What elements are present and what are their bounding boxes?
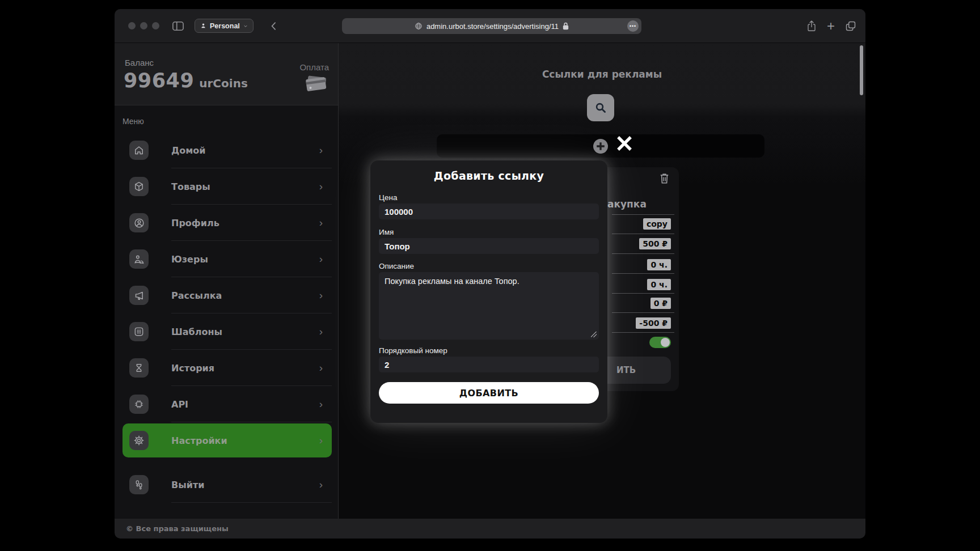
window-controls xyxy=(128,22,159,29)
price-input[interactable] xyxy=(379,204,599,219)
profile-label: Personal xyxy=(210,22,240,30)
search-button[interactable] xyxy=(587,94,614,121)
name-label: Имя xyxy=(379,228,599,236)
panel-divider xyxy=(612,234,674,234)
sidebar-item-profile[interactable]: Профиль › xyxy=(122,205,332,241)
chevron-right-icon: › xyxy=(319,253,323,265)
users-icon xyxy=(129,249,149,269)
grid-icon xyxy=(129,322,149,341)
sidebar-nav: Домой › Товары › Профиль › xyxy=(122,132,332,503)
search-icon xyxy=(594,101,607,115)
balance-amount: 99649 xyxy=(124,69,194,92)
panel-divider xyxy=(612,214,674,215)
traffic-light-zoom[interactable] xyxy=(152,22,159,29)
scrollbar-thumb[interactable] xyxy=(860,45,863,95)
url-text: admin.urbot.store/settings/advertising/1… xyxy=(426,22,559,31)
sidebar-item-broadcast[interactable]: Рассылка › xyxy=(122,277,332,313)
balance-currency: urCoins xyxy=(199,77,248,90)
megaphone-icon xyxy=(129,286,149,305)
toggle-knob xyxy=(661,338,670,347)
trash-icon[interactable] xyxy=(659,172,670,184)
sidebar-item-history[interactable]: История › xyxy=(122,350,332,386)
panel-divider xyxy=(612,312,674,313)
person-icon xyxy=(200,23,206,29)
panel-divider xyxy=(612,293,674,294)
panel-divider xyxy=(612,253,674,254)
modal-title: Добавить ссылку xyxy=(379,169,599,182)
description-input[interactable]: Покупка рекламы на канале Топор. xyxy=(379,272,599,340)
page-title: Ссылки для рекламы xyxy=(339,69,865,80)
globe-icon xyxy=(415,22,423,30)
chevron-down-icon xyxy=(243,24,248,28)
sidebar-item-products[interactable]: Товары › xyxy=(122,168,332,205)
chevron-right-icon: › xyxy=(319,434,323,447)
chevron-right-icon: › xyxy=(319,325,323,338)
sidebar-item-templates[interactable]: Шаблоны › xyxy=(122,313,332,350)
chevron-right-icon: › xyxy=(319,398,323,410)
copyright-text: © Все права защищены xyxy=(126,524,229,533)
chip-icon xyxy=(129,395,149,414)
balance-card: Баланс 99649 urCoins Оплата xyxy=(115,43,338,105)
payment-card-icon xyxy=(303,73,329,94)
chevron-right-icon: › xyxy=(319,144,323,156)
share-icon[interactable] xyxy=(806,20,817,32)
payment-block[interactable]: Оплата xyxy=(299,62,329,94)
value-badge-zero: 0 ₽ xyxy=(650,298,671,309)
browser-window: Personal admin.urbot.store/settings/adve… xyxy=(115,9,865,539)
new-tab-icon[interactable]: + xyxy=(827,19,835,33)
panel-divider xyxy=(612,332,674,333)
description-label: Описание xyxy=(379,262,599,270)
balance-label: Баланс xyxy=(125,58,154,67)
description-field-wrap: Покупка рекламы на канале Топор. xyxy=(379,272,599,340)
sidebar-item-home[interactable]: Домой › xyxy=(122,132,332,168)
profile-icon xyxy=(129,213,149,232)
sidebar: Баланс 99649 urCoins Оплата Меню Домой › xyxy=(115,43,338,519)
toggle-switch[interactable] xyxy=(649,337,671,348)
sidebar-toggle-icon[interactable] xyxy=(172,20,184,32)
submit-button[interactable]: ДОБАВИТЬ xyxy=(379,382,599,404)
gear-icon xyxy=(129,431,149,450)
tab-overview-icon[interactable] xyxy=(845,20,856,32)
value-badge-hours1: 0 ч. xyxy=(647,259,671,270)
profile-button[interactable]: Personal xyxy=(195,19,254,33)
chevron-right-icon: › xyxy=(319,478,323,491)
name-input[interactable] xyxy=(379,238,599,254)
add-link-modal: Добавить ссылку Цена Имя Описание Покупк… xyxy=(370,160,607,423)
sidebar-item-settings[interactable]: Настройки › xyxy=(122,423,332,457)
traffic-light-close[interactable] xyxy=(128,22,136,29)
panel-divider xyxy=(612,273,674,274)
sidebar-item-logout[interactable]: Выйти › xyxy=(122,467,332,503)
chevron-right-icon: › xyxy=(319,289,323,302)
chevron-right-icon: › xyxy=(319,180,323,193)
toolbar-right-icons: + xyxy=(806,9,856,43)
traffic-light-minimize[interactable] xyxy=(140,22,147,29)
lock-icon xyxy=(563,22,569,30)
address-bar[interactable]: admin.urbot.store/settings/advertising/1… xyxy=(342,18,641,34)
payment-label: Оплата xyxy=(299,62,329,72)
hourglass-icon xyxy=(129,358,149,378)
box-icon xyxy=(129,177,149,196)
link-row-title-partial: акупка xyxy=(607,198,647,210)
price-label: Цена xyxy=(379,193,599,202)
home-icon xyxy=(129,141,149,160)
menu-section-label: Меню xyxy=(122,117,144,126)
order-input[interactable] xyxy=(379,357,599,372)
close-icon[interactable] xyxy=(614,133,635,154)
sidebar-item-api[interactable]: API › xyxy=(122,386,332,422)
sidebar-item-users[interactable]: Юзеры › xyxy=(122,241,332,277)
order-label: Порядковый номер xyxy=(379,346,599,355)
value-badge-price: 500 ₽ xyxy=(639,238,671,249)
footer: © Все права защищены xyxy=(115,519,865,539)
value-badge-negative: -500 ₽ xyxy=(636,317,671,329)
page-settings-button[interactable]: ⋯ xyxy=(627,20,639,32)
chevron-right-icon: › xyxy=(319,217,323,229)
add-link-icon[interactable] xyxy=(593,138,609,154)
browser-toolbar: Personal admin.urbot.store/settings/adve… xyxy=(115,9,865,43)
footprints-icon xyxy=(129,475,149,494)
value-badge-hours2: 0 ч. xyxy=(647,279,671,290)
back-button[interactable] xyxy=(268,20,280,32)
value-badge-copy[interactable]: copy xyxy=(643,218,671,230)
chevron-right-icon: › xyxy=(319,362,323,374)
